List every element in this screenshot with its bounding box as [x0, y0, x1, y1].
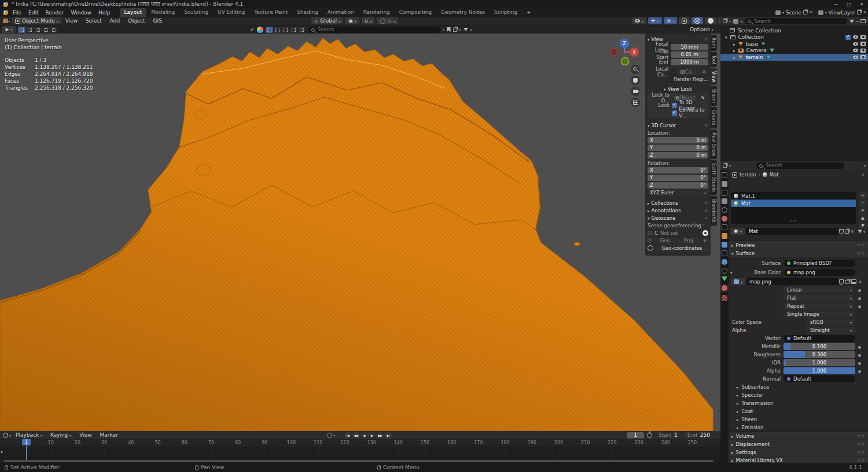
- hide-eye-icon[interactable]: [853, 49, 858, 52]
- next-keyframe-button[interactable]: ▶▶: [376, 432, 384, 438]
- minimize-button[interactable]: ─: [830, 2, 843, 7]
- bk-asset-brushes-button[interactable]: [282, 27, 289, 33]
- local-camera-field[interactable]: Ca...✕: [678, 69, 708, 75]
- tab-compositing[interactable]: Compositing: [395, 8, 436, 17]
- blenderkit-search-input[interactable]: [308, 27, 440, 33]
- axis-gizmo[interactable]: Z X: [608, 35, 642, 67]
- collection-checkbox[interactable]: [845, 35, 851, 40]
- menu-edit[interactable]: Edit: [25, 10, 42, 16]
- remove-slot-button[interactable]: −: [859, 200, 867, 207]
- slot-mat[interactable]: Mat: [731, 200, 856, 207]
- snap-magnet-toggle[interactable]: ∪▾: [362, 17, 375, 24]
- transmission-subpanel[interactable]: Transmission: [729, 399, 868, 407]
- tab-uv-editing[interactable]: UV Editing: [213, 8, 249, 17]
- pan-button[interactable]: [631, 76, 640, 85]
- viewlayer-tab-icon[interactable]: [722, 198, 727, 204]
- unlink-material-icon[interactable]: ✕: [850, 229, 854, 234]
- bk-asset-models-button[interactable]: [266, 27, 273, 33]
- viewlayer-name[interactable]: ViewLayer: [829, 10, 855, 16]
- menu-gis[interactable]: GIS: [149, 18, 166, 24]
- rotation-mode-dropdown[interactable]: XYZ Euler▾: [648, 190, 708, 196]
- particles-tab-icon[interactable]: [722, 250, 727, 256]
- properties-editor-icon[interactable]: [723, 164, 727, 168]
- add-slot-button[interactable]: +: [859, 192, 867, 199]
- active-tool-button[interactable]: ➤▾: [2, 26, 16, 33]
- local-camera-checkbox[interactable]: [671, 69, 676, 75]
- alpha-slider[interactable]: 1.000: [784, 367, 855, 374]
- image-browse-dropdown[interactable]: ▾: [731, 278, 745, 285]
- collection-tab-icon[interactable]: [722, 224, 727, 230]
- interpolation-dropdown[interactable]: Linear▾: [784, 286, 855, 293]
- camera-to-view-checkbox[interactable]: [672, 110, 677, 116]
- mode-dropdown[interactable]: Object Mode▾: [12, 17, 61, 24]
- play-button[interactable]: ▶: [368, 432, 376, 438]
- tab-rendering[interactable]: Rendering: [359, 8, 395, 17]
- roughness-slider[interactable]: 0.300: [784, 351, 855, 358]
- bk-layers-icon[interactable]: [453, 28, 457, 32]
- physics-tab-icon[interactable]: [722, 259, 727, 265]
- render-visibility-icon[interactable]: [860, 35, 866, 39]
- maximize-button[interactable]: □: [843, 2, 855, 7]
- to-3d-cursor-checkbox[interactable]: [672, 103, 677, 108]
- end-frame-field[interactable]: End250: [684, 432, 713, 438]
- annotations-panel-header[interactable]: Annotations≡: [648, 207, 708, 214]
- object-row-camera[interactable]: Camera: [720, 47, 868, 54]
- material-filter-icon[interactable]: [858, 230, 862, 233]
- geo-coordinates-button[interactable]: Geo-coordinates: [656, 245, 708, 252]
- current-frame-field[interactable]: 1: [627, 432, 644, 438]
- collection-row[interactable]: Collection: [720, 34, 868, 41]
- render-visibility-icon[interactable]: [860, 55, 866, 59]
- new-scene-icon[interactable]: [803, 10, 807, 14]
- menu-render[interactable]: Render: [42, 10, 68, 16]
- menu-add[interactable]: Add: [106, 18, 124, 24]
- sheen-subpanel[interactable]: Sheen: [729, 415, 868, 423]
- clip-start-field[interactable]: 0.01 m: [671, 51, 708, 58]
- new-viewlayer-icon[interactable]: [857, 10, 861, 14]
- jump-to-start-button[interactable]: |◀: [344, 432, 351, 438]
- constraints-tab-icon[interactable]: [722, 268, 727, 274]
- material-browse-dropdown[interactable]: ▾: [731, 228, 745, 235]
- blender-menu-icon[interactable]: [3, 10, 8, 15]
- tab-create[interactable]: Create: [711, 107, 717, 128]
- coat-subpanel[interactable]: Coat: [729, 407, 868, 415]
- menu-playback[interactable]: Playback ▾: [12, 432, 46, 438]
- metallic-slider[interactable]: 0.100: [784, 343, 855, 350]
- modifiers-tab-icon[interactable]: [722, 242, 727, 248]
- list-resize-grip[interactable]: ≡≡: [731, 219, 856, 223]
- focal-length-field[interactable]: 50 mm: [671, 44, 708, 50]
- cursor-loc-x-field[interactable]: X0 m: [648, 137, 708, 143]
- output-tab-icon[interactable]: [722, 190, 727, 196]
- ortho-toggle-button[interactable]: [631, 98, 640, 107]
- hide-eye-icon[interactable]: [853, 42, 858, 46]
- select-mode-invert-button[interactable]: [42, 27, 50, 33]
- shading-wireframe-button[interactable]: [692, 17, 703, 24]
- extension-dropdown[interactable]: Repeat▾: [784, 303, 855, 309]
- timeline-expand-chevron[interactable]: [1, 448, 3, 454]
- world-tab-icon[interactable]: [722, 216, 727, 222]
- base-color-field[interactable]: map.png: [784, 269, 855, 276]
- tab-real-snow[interactable]: Real Snow: [711, 130, 717, 159]
- cursor-loc-y-field[interactable]: Y0 m: [648, 145, 708, 151]
- display-mode-icon[interactable]: [723, 19, 727, 23]
- overlays-toggle[interactable]: ◎▾: [664, 17, 678, 24]
- geoscene-panel-header[interactable]: Geoscene≡: [648, 214, 708, 222]
- tab-scripting[interactable]: Scripting: [490, 8, 522, 17]
- object-breadcrumb-icon[interactable]: [732, 172, 737, 178]
- menu-help[interactable]: Help: [95, 10, 114, 16]
- clip-end-field[interactable]: 1000 m: [671, 59, 708, 65]
- projection-dropdown[interactable]: Flat▾: [784, 294, 855, 301]
- render-tab-icon[interactable]: [722, 181, 727, 187]
- scene-collection-row[interactable]: Scene Collection: [720, 27, 868, 34]
- remove-viewlayer-icon[interactable]: ✕: [863, 10, 867, 15]
- bk-asset-hdr-button[interactable]: [290, 27, 297, 33]
- timeline-track-area[interactable]: [0, 447, 720, 459]
- add-crs-button[interactable]: +: [701, 238, 708, 244]
- zoom-button[interactable]: [631, 65, 640, 74]
- blenderkit-enabled-check-icon[interactable]: ✓: [250, 27, 255, 32]
- breadcrumb-material[interactable]: Mat: [770, 172, 779, 178]
- camera-view-button[interactable]: [631, 87, 640, 96]
- proportional-edit-toggle[interactable]: ◯∿▾: [377, 17, 398, 24]
- object-row-base[interactable]: base: [720, 40, 868, 47]
- properties-options-chevron[interactable]: ▾: [864, 164, 866, 168]
- displacement-panel-header[interactable]: Displacement≡≡: [729, 440, 868, 448]
